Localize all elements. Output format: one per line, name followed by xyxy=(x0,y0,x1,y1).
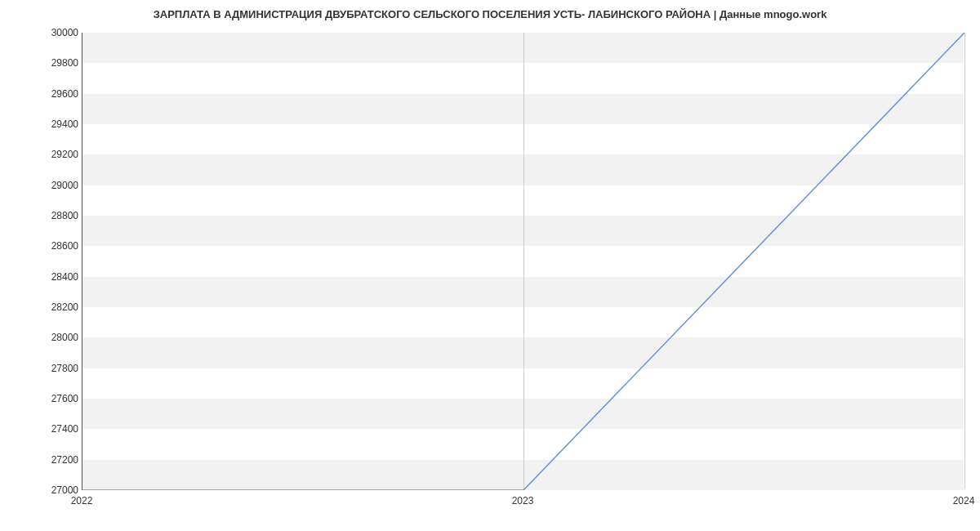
x-tick-label: 2023 xyxy=(512,495,534,506)
y-tick-label: 28400 xyxy=(51,271,78,283)
y-tick-label: 27400 xyxy=(51,423,78,435)
y-tick-label: 27000 xyxy=(51,484,78,496)
chart-container: ЗАРПЛАТА В АДМИНИСТРАЦИЯ ДВУБРАТСКОГО СЕ… xyxy=(0,0,980,531)
y-tick-label: 28800 xyxy=(51,210,78,221)
x-grid-line xyxy=(964,33,965,489)
y-tick-label: 28000 xyxy=(51,332,78,343)
y-tick-label: 29600 xyxy=(51,88,78,100)
x-grid-line xyxy=(523,33,524,489)
x-tick-label: 2022 xyxy=(71,495,93,506)
plot-area xyxy=(82,33,964,490)
y-tick-label: 29000 xyxy=(51,180,78,191)
y-tick-label: 29200 xyxy=(51,149,78,160)
y-tick-label: 30000 xyxy=(51,27,78,38)
chart-title: ЗАРПЛАТА В АДМИНИСТРАЦИЯ ДВУБРАТСКОГО СЕ… xyxy=(0,8,980,20)
y-tick-label: 27200 xyxy=(51,454,78,466)
x-tick-label: 2024 xyxy=(953,495,975,506)
y-tick-label: 27800 xyxy=(51,363,78,374)
y-tick-label: 28600 xyxy=(51,240,78,252)
y-tick-label: 29400 xyxy=(51,118,78,130)
y-tick-label: 29800 xyxy=(51,57,78,69)
y-tick-label: 27600 xyxy=(51,393,78,404)
y-tick-label: 28200 xyxy=(51,301,78,313)
